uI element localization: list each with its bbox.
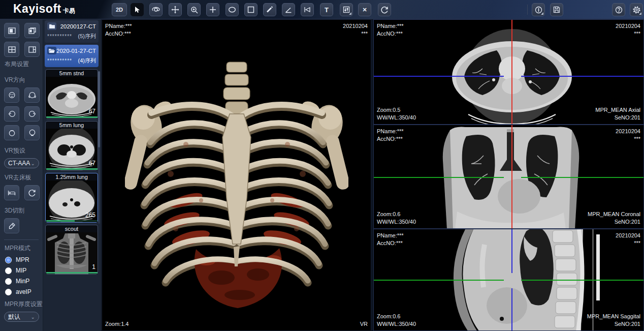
vr-head-superior-button[interactable] <box>4 125 19 140</box>
crosshair-tool-button[interactable] <box>206 3 219 16</box>
radio-label: MinP <box>16 278 29 285</box>
mpr-thickness-label: MPR厚度设置 <box>5 300 43 309</box>
study-series-count: (4)序列 <box>78 57 96 65</box>
window-level-button[interactable] <box>340 3 353 16</box>
crosshair-vertical-red[interactable] <box>511 125 512 229</box>
reset-icon <box>381 6 389 14</box>
view-name: MPR_MEAN Axial <box>595 106 640 114</box>
study-series-count: (5)序列 <box>78 33 96 40</box>
chevron-down-icon: ⌄ <box>31 161 35 166</box>
mpr-mode-radio-minp[interactable]: MinP <box>5 278 43 285</box>
head-top-icon <box>8 129 16 137</box>
patient-name: PName:*** <box>377 22 404 30</box>
crosshair-vertical-blue[interactable] <box>511 288 512 331</box>
study-date: 20210204 <box>616 22 640 30</box>
measure-line-button[interactable] <box>263 3 276 16</box>
pan-icon <box>171 6 179 14</box>
radio-label: MPR <box>16 256 29 263</box>
rectangle-roi-button[interactable] <box>244 3 257 16</box>
layout-custom-button[interactable] <box>24 23 40 38</box>
vr-head-posterior-button[interactable] <box>24 87 40 103</box>
save-button[interactable] <box>550 3 563 16</box>
crosshair-horizontal-blue[interactable] <box>521 76 644 77</box>
vr-head-inferior-button[interactable] <box>24 125 40 140</box>
crosshair-vertical-red[interactable] <box>511 20 512 125</box>
vr-head-right-button[interactable] <box>24 106 40 122</box>
crosshair-horizontal-green[interactable] <box>521 177 644 178</box>
mode-2d-button[interactable]: 2D <box>112 3 127 16</box>
mpr-coronal-viewport[interactable]: PName:*** AccNO:*** 20210204 *** Zoom:0.… <box>373 125 644 229</box>
ellipse-icon <box>228 6 236 13</box>
window-width-level: WW/WL:350/40 <box>377 218 416 226</box>
mpr-thickness-dropdown[interactable]: 默认 ⌄ <box>4 312 39 322</box>
vr-overlay-bottomright: VR <box>360 320 368 328</box>
zoom-tool-button[interactable] <box>187 3 201 16</box>
mpr-sagittal-viewport[interactable]: PName:*** AccNO:*** 20210204 *** Zoom:0.… <box>373 229 644 331</box>
settings-button[interactable] <box>630 3 643 16</box>
thumbnail-label: 5mm lung <box>46 122 98 129</box>
accession-number: AccNO:*** <box>105 30 132 38</box>
thumbnail-image-count: 265 <box>85 212 95 219</box>
vr-preset-dropdown[interactable]: CT-AAA ⌄ <box>4 158 39 168</box>
head-right-icon <box>28 110 36 118</box>
vr-head-anterior-button[interactable] <box>4 87 19 103</box>
pan-tool-button[interactable] <box>169 3 182 16</box>
restore-bed-button[interactable] <box>24 185 40 200</box>
header: Kayisoft 卡易 2D <box>0 0 644 19</box>
thumbnail-scrollbar[interactable] <box>98 71 100 224</box>
text-annotation-button[interactable]: T <box>320 3 333 16</box>
masked-stars: *** <box>616 239 640 247</box>
series-thumbnail-5mm-lung[interactable]: 5mm lung 67 <box>45 121 98 171</box>
mpr-mode-radio-aveip[interactable]: aveIP <box>5 288 43 295</box>
mpr-overlay-topleft: PName:*** AccNO:*** <box>377 22 404 38</box>
3d-cut-scalpel-button[interactable] <box>4 218 19 233</box>
mpr-axial-viewport[interactable]: PName:*** AccNO:*** 20210204 *** Zoom:0.… <box>373 19 644 125</box>
magnifier-plus-icon <box>190 6 198 14</box>
view-name: MPR_MEAN Saggital <box>587 313 640 320</box>
study-date: 20210204 <box>616 128 640 135</box>
mpr-thickness-value: 默认 <box>8 313 20 321</box>
crosshair-horizontal-blue[interactable] <box>374 76 504 77</box>
series-thumbnail-1-25mm-lung[interactable]: 1.25mm lung 265 <box>45 173 98 223</box>
cursor-tool-button[interactable] <box>131 3 144 16</box>
crosshair-horizontal-green[interactable] <box>374 177 504 178</box>
layout-settings-label: 布局设置 <box>5 60 43 69</box>
delete-annotation-button[interactable]: ✕ <box>358 3 371 16</box>
help-button[interactable] <box>612 3 625 16</box>
crosshair-vertical-blue[interactable] <box>511 229 512 273</box>
vr-viewport[interactable]: PName:*** AccNO:*** 20210204 *** Zoom:1.… <box>102 19 371 331</box>
reset-view-button[interactable] <box>378 3 391 16</box>
rotate-3d-tool-button[interactable] <box>149 3 163 16</box>
view-name: MPR_MEAN Coronal <box>588 210 640 218</box>
toolbar-separator <box>527 5 528 15</box>
remove-bed-button[interactable] <box>4 185 19 200</box>
vr-overlay-topleft: PName:*** AccNO:*** <box>105 22 132 38</box>
study-item-2-selected[interactable]: 2020-01-27-CT ********** (4)序列 <box>45 45 99 67</box>
series-thumbnail-5mm-stnd[interactable]: 5mm stnd 67 <box>45 69 98 119</box>
thumbnail-image-count: 67 <box>89 108 95 115</box>
invert-display-button[interactable] <box>532 3 545 16</box>
layout-2x2-button[interactable] <box>4 42 19 57</box>
study-item-1[interactable]: 20200127-CT ********** (5)序列 <box>45 20 99 43</box>
masked-stars: *** <box>616 30 640 38</box>
thumbnail-image-count: 1 <box>92 263 95 270</box>
vr-preset-label: VR预设 <box>5 146 43 155</box>
ellipse-roi-button[interactable] <box>226 3 239 16</box>
crosshair-horizontal-green[interactable] <box>521 280 644 281</box>
study-patient-masked: ********** <box>47 34 72 39</box>
series-thumbnail-scout[interactable]: scout 1 <box>45 225 98 275</box>
layout-1-2-button[interactable] <box>24 42 40 57</box>
3d-cut-label: 3D切割 <box>5 206 43 215</box>
layout-1x1-button[interactable] <box>4 23 19 38</box>
cobb-angle-button[interactable] <box>301 3 314 16</box>
angle-tool-button[interactable] <box>282 3 295 16</box>
vr-direction-label: VR方向 <box>5 76 43 84</box>
2d-icon: 2D <box>116 7 123 13</box>
mpr-mode-radio-mpr[interactable]: MPR <box>5 256 43 263</box>
radio-label: aveIP <box>16 288 31 295</box>
mpr-mode-radio-mip[interactable]: MIP <box>5 267 43 274</box>
vr-head-left-button[interactable] <box>4 106 19 122</box>
head-back-icon <box>28 92 36 99</box>
crosshair-horizontal-green[interactable] <box>374 280 504 281</box>
delete-icon: ✕ <box>362 7 367 13</box>
